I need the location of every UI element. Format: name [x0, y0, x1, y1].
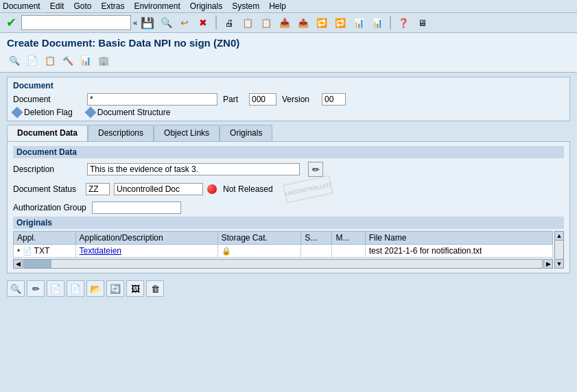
clipboard2-button[interactable]: 📋	[258, 15, 274, 30]
page-build-icon[interactable]: 🔨	[60, 53, 75, 68]
version-input[interactable]	[322, 93, 346, 106]
back-button[interactable]: ↩	[176, 15, 193, 30]
scroll-thumb[interactable]	[24, 260, 51, 268]
menu-item-goto[interactable]: Goto	[73, 1, 91, 11]
scroll-up-icon[interactable]: ▲	[554, 231, 564, 241]
page-chart-icon[interactable]: 📊	[78, 53, 93, 68]
document-section-title: Document	[13, 81, 564, 90]
bottom-copy-button[interactable]: 📄	[67, 280, 84, 297]
description-label: Description	[13, 164, 82, 174]
print-button[interactable]: 🖨	[221, 15, 237, 30]
vertical-scrollbar[interactable]: ▲ ▼	[554, 231, 564, 269]
find-button[interactable]: 🔍	[158, 15, 174, 30]
row-app-desc[interactable]: Textdateien	[75, 245, 217, 258]
col-m: M...	[332, 232, 365, 245]
vert-scroll-track	[554, 241, 564, 259]
bottom-search-button[interactable]: 🔍	[7, 280, 25, 297]
description-row: Description ✏	[13, 162, 564, 177]
originals-table: Appl. Application/Description Storage Ca…	[13, 231, 553, 258]
part-label: Part	[223, 95, 244, 104]
menu-item-help[interactable]: Help	[269, 1, 286, 11]
col-appl: Appl.	[14, 232, 76, 245]
tab-originals[interactable]: Originals	[220, 125, 272, 141]
page-new-doc-icon[interactable]: 📄	[25, 53, 40, 68]
save-button[interactable]: 💾	[139, 15, 156, 30]
bottom-image-button[interactable]: 🖼	[126, 280, 144, 297]
main-toolbar: ✔ « 💾 🔍 ↩ ✖ 🖨 📋 📋 📥 📤 🔁 🔁 📊 📊 ❓ 🖥	[0, 13, 577, 33]
deletion-flag-diamond-icon	[12, 107, 23, 119]
scroll-track[interactable]	[23, 259, 543, 269]
page-copy-icon[interactable]: 📋	[43, 53, 58, 68]
menu-bar: Document Edit Goto Extras Environment Or…	[0, 0, 577, 13]
doc-status-text-input[interactable]	[114, 183, 203, 195]
tab-document-data[interactable]: Document Data	[7, 125, 88, 141]
document-section: Document Document Part Version Deletion …	[7, 77, 570, 121]
tab-descriptions[interactable]: Descriptions	[88, 125, 154, 141]
row-storage-cat: 🔒	[217, 245, 301, 258]
command-field[interactable]	[21, 15, 131, 30]
menu-item-edit[interactable]: Edit	[50, 1, 64, 11]
description-edit-icon[interactable]: ✏	[308, 162, 323, 177]
document-row: Document Part Version	[13, 93, 564, 106]
doc-status-label: Document Status	[13, 184, 82, 194]
auth-group-row: Authorization Group	[13, 201, 564, 214]
sep1	[215, 16, 217, 29]
watermark-stamp: UNCONTROLLED	[283, 175, 333, 204]
tab-object-links[interactable]: Object Links	[154, 125, 220, 141]
scroll-left-icon[interactable]: ◀	[13, 259, 23, 269]
menu-item-document[interactable]: Document	[3, 1, 40, 11]
document-input[interactable]	[87, 93, 217, 106]
sep2	[390, 16, 391, 29]
scroll-down-icon[interactable]: ▼	[554, 259, 564, 269]
chart2-button[interactable]: 📊	[369, 15, 386, 30]
clipboard1-button[interactable]: 📋	[239, 15, 256, 30]
description-input[interactable]	[87, 163, 300, 175]
refresh2-button[interactable]: 🔁	[332, 15, 349, 30]
originals-table-wrap: Appl. Application/Description Storage Ca…	[13, 231, 553, 269]
page-search-icon[interactable]: 🔍	[7, 53, 22, 68]
bottom-refresh-button[interactable]: 🔄	[106, 280, 124, 297]
stamp-area: UNCONTROLLED	[284, 180, 332, 199]
doc-data-section-title: Document Data	[13, 146, 564, 158]
page-title: Create Document: Basic Data NPI no sign …	[7, 37, 570, 49]
bottom-edit-button[interactable]: ✏	[27, 280, 45, 297]
flag-row: Deletion Flag Document Structure	[13, 108, 564, 117]
download-button[interactable]: 📤	[295, 15, 311, 30]
bottom-toolbar: 🔍 ✏ 📄 📄 📂 🔄 🖼 🗑	[0, 278, 577, 299]
menu-item-system[interactable]: System	[232, 1, 259, 11]
bottom-folder-button[interactable]: 📂	[86, 280, 104, 297]
tab-content: Document Data Description ✏ Document Sta…	[7, 141, 570, 273]
scroll-right-icon[interactable]: ▶	[543, 259, 553, 269]
bottom-new-button[interactable]: 📄	[47, 280, 64, 297]
row-appl: • 📄 TXT	[14, 245, 76, 258]
page-org-icon[interactable]: 🏢	[96, 53, 111, 68]
page-toolbar: 🔍 📄 📋 🔨 📊 🏢	[7, 51, 570, 69]
horizontal-scrollbar[interactable]: ◀ ▶	[13, 259, 553, 269]
ok-button[interactable]: ✔	[3, 15, 19, 30]
upload-button[interactable]: 📥	[276, 15, 293, 30]
refresh1-button[interactable]: 🔁	[314, 15, 330, 30]
double-arrow-left[interactable]: «	[133, 19, 137, 27]
col-s: S...	[301, 232, 332, 245]
originals-container: Appl. Application/Description Storage Ca…	[13, 231, 564, 269]
deletion-flag-item: Deletion Flag	[13, 108, 73, 117]
originals-header: Originals	[13, 217, 564, 229]
app-desc-link[interactable]: Textdateien	[80, 246, 121, 256]
version-label: Version	[282, 95, 316, 104]
doc-structure-item: Document Structure	[86, 108, 171, 117]
chart1-button[interactable]: 📊	[351, 15, 367, 30]
monitor-button[interactable]: 🖥	[414, 15, 430, 30]
help-button[interactable]: ❓	[395, 15, 412, 30]
not-released-text: Not Released	[223, 184, 273, 194]
col-filename: File Name	[365, 232, 552, 245]
document-label: Document	[13, 95, 82, 104]
cancel-button[interactable]: ✖	[195, 15, 211, 30]
bottom-delete-button[interactable]: 🗑	[146, 280, 164, 297]
row-filename: test 2021-1-6 for notification.txt	[365, 245, 552, 258]
part-input[interactable]	[249, 93, 276, 106]
doc-status-code-input[interactable]	[86, 183, 110, 195]
menu-item-extras[interactable]: Extras	[101, 1, 124, 11]
menu-item-originals[interactable]: Originals	[190, 1, 222, 11]
auth-group-input[interactable]	[92, 201, 181, 214]
menu-item-environment[interactable]: Environment	[134, 1, 180, 11]
